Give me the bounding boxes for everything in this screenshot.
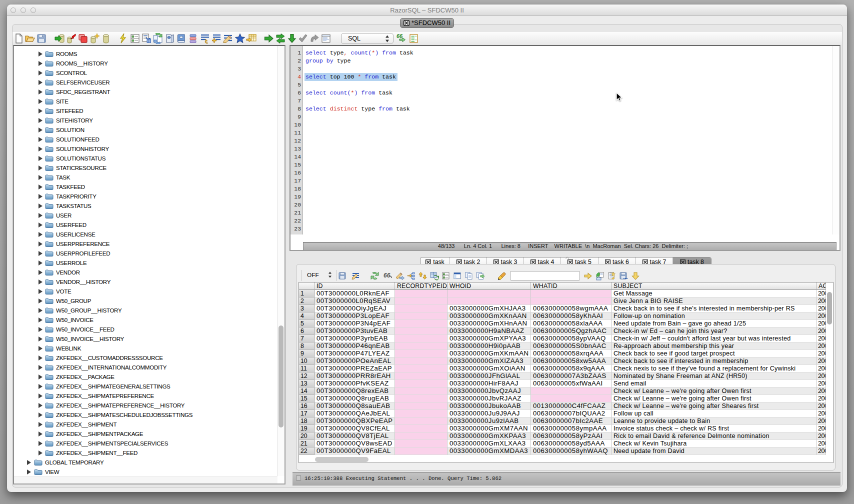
svg-text:66: 66 (384, 272, 390, 279)
